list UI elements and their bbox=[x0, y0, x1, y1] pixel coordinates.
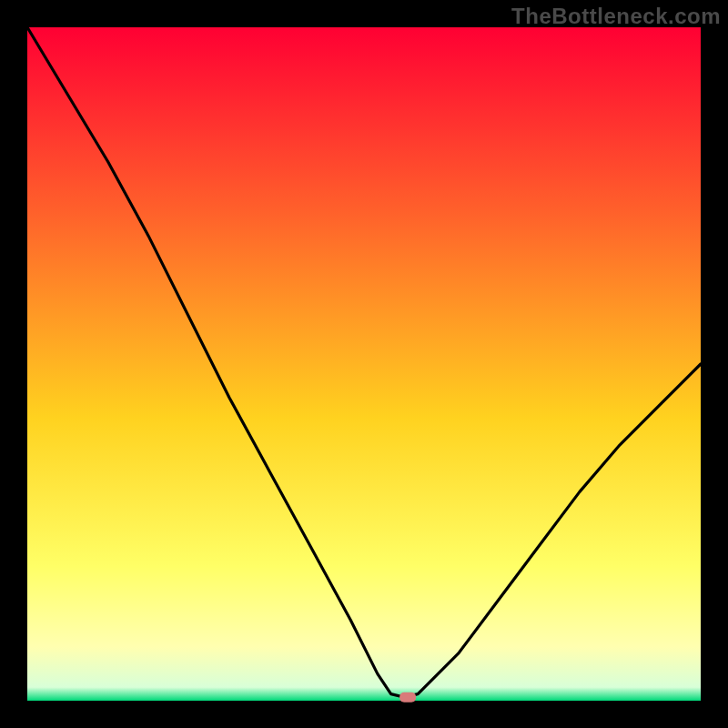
chart-frame: TheBottleneck.com bbox=[0, 0, 728, 728]
plot-background bbox=[27, 27, 701, 701]
bottleneck-chart bbox=[0, 0, 728, 728]
watermark-text: TheBottleneck.com bbox=[511, 4, 721, 29]
optimal-point-marker bbox=[399, 693, 416, 703]
